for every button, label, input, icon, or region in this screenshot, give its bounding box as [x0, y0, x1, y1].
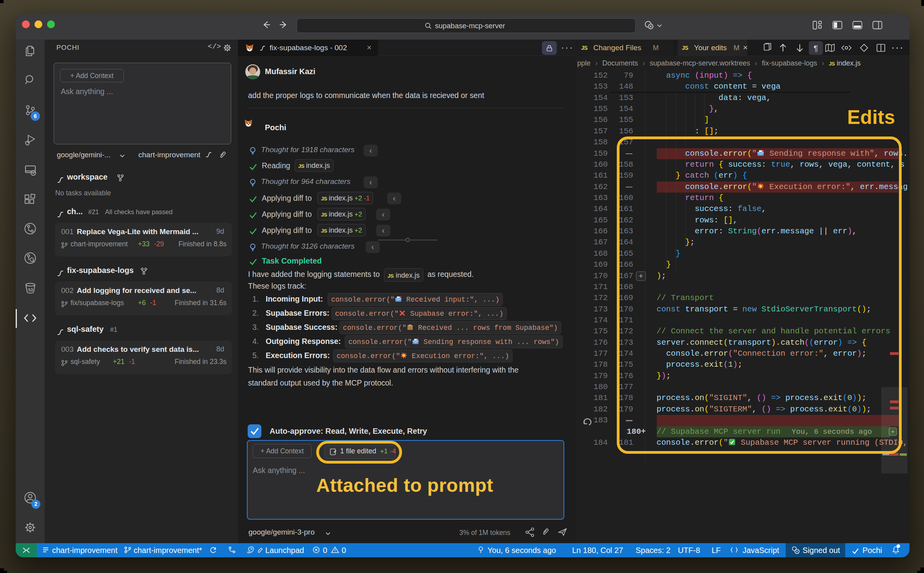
- svg-text:53: 53: [28, 287, 33, 292]
